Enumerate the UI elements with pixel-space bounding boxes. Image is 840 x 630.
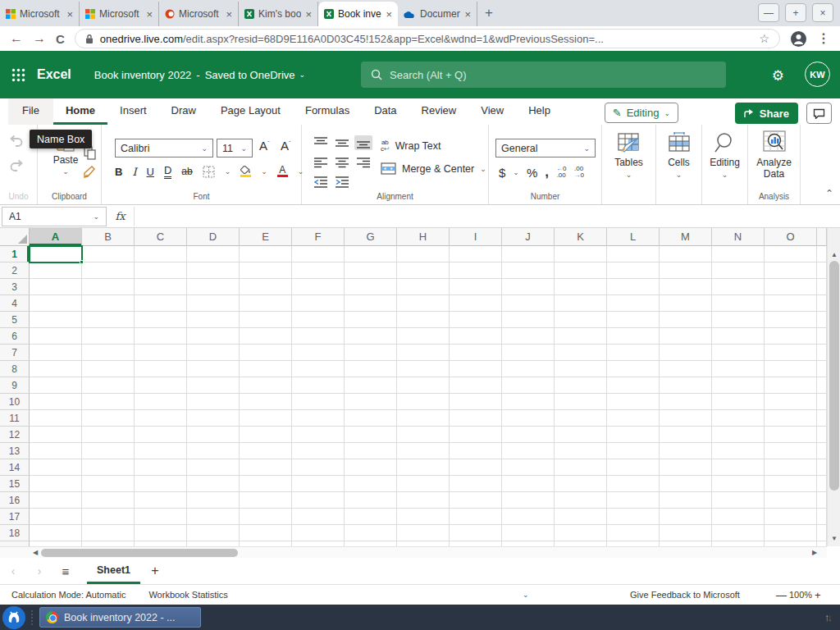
cell-partial-3[interactable]	[817, 279, 827, 295]
cell-partial-17[interactable]	[817, 509, 827, 525]
column-header-K[interactable]: K	[555, 228, 607, 246]
cell-K3[interactable]	[555, 279, 607, 295]
cell-L1[interactable]	[607, 246, 660, 262]
cell-D5[interactable]	[187, 312, 240, 328]
cell-partial-9[interactable]	[817, 377, 827, 394]
cell-I18[interactable]	[450, 525, 502, 541]
minimize-button[interactable]: —	[758, 3, 779, 22]
cell-B14[interactable]	[82, 459, 135, 476]
cell-partial-6[interactable]	[817, 328, 827, 345]
scroll-right-icon[interactable]: ▶	[809, 549, 820, 556]
row-header-4[interactable]: 4	[0, 295, 30, 312]
calculation-mode[interactable]: Calculation Mode: Automatic	[11, 590, 126, 600]
fill-handle[interactable]	[80, 260, 84, 264]
ribbon-tab-data[interactable]: Data	[362, 98, 409, 125]
cell-J4[interactable]	[502, 295, 555, 312]
cell-G5[interactable]	[345, 312, 397, 328]
cell-E10[interactable]	[240, 394, 292, 410]
decrease-decimal-button[interactable]: .00→0	[573, 166, 583, 179]
cell-B7[interactable]	[82, 345, 135, 361]
cell-H16[interactable]	[397, 492, 450, 509]
cell-N13[interactable]	[712, 443, 765, 459]
cell-partial-7[interactable]	[817, 345, 827, 361]
cell-M3[interactable]	[660, 279, 712, 295]
cell-J11[interactable]	[502, 410, 555, 427]
cell-G9[interactable]	[345, 377, 397, 394]
cell-K13[interactable]	[555, 443, 607, 459]
cell-H3[interactable]	[397, 279, 450, 295]
cell-H14[interactable]	[397, 459, 450, 476]
bookmark-star-icon[interactable]: ☆	[759, 32, 769, 45]
row-header-9[interactable]: 9	[0, 377, 30, 394]
cell-C16[interactable]	[135, 492, 187, 509]
cell-K10[interactable]	[555, 394, 607, 410]
ribbon-tab-insert[interactable]: Insert	[107, 98, 159, 125]
strikethrough-button[interactable]: ab	[181, 166, 192, 177]
italic-button[interactable]: I	[132, 166, 136, 178]
cell-L4[interactable]	[607, 295, 660, 312]
row-header-7[interactable]: 7	[0, 345, 30, 361]
bold-button[interactable]: B	[115, 166, 122, 178]
cell-I8[interactable]	[450, 361, 502, 377]
horizontal-scrollbar[interactable]: ◀ ▶	[0, 546, 827, 558]
cell-L17[interactable]	[607, 509, 660, 525]
cell-D4[interactable]	[187, 295, 240, 312]
cell-L7[interactable]	[607, 345, 660, 361]
cell-F17[interactable]	[292, 509, 345, 525]
cell-N2[interactable]	[712, 262, 765, 279]
cell-D14[interactable]	[187, 459, 240, 476]
cell-L10[interactable]	[607, 394, 660, 410]
cell-D10[interactable]	[187, 394, 240, 410]
cell-D6[interactable]	[187, 328, 240, 345]
cell-O6[interactable]	[765, 328, 817, 345]
row-header-14[interactable]: 14	[0, 459, 30, 476]
cell-O3[interactable]	[765, 279, 817, 295]
font-size-select[interactable]: 11⌄	[217, 139, 253, 158]
cell-C5[interactable]	[135, 312, 187, 328]
row-header-13[interactable]: 13	[0, 443, 30, 459]
cell-I5[interactable]	[450, 312, 502, 328]
app-launcher-icon[interactable]	[11, 68, 25, 82]
cell-L2[interactable]	[607, 262, 660, 279]
cell-M5[interactable]	[660, 312, 712, 328]
vertical-scrollbar-thumb[interactable]	[829, 261, 839, 491]
cell-C11[interactable]	[135, 410, 187, 427]
cell-D8[interactable]	[187, 361, 240, 377]
cell-K8[interactable]	[555, 361, 607, 377]
cell-I4[interactable]	[450, 295, 502, 312]
cell-I16[interactable]	[450, 492, 502, 509]
column-header-partial[interactable]	[817, 228, 827, 246]
cell-M15[interactable]	[660, 476, 712, 492]
cell-F10[interactable]	[292, 394, 345, 410]
cell-C14[interactable]	[135, 459, 187, 476]
cell-J3[interactable]	[502, 279, 555, 295]
cell-H7[interactable]	[397, 345, 450, 361]
cell-N1[interactable]	[712, 246, 765, 262]
column-header-A[interactable]: A	[30, 228, 82, 246]
cell-O13[interactable]	[765, 443, 817, 459]
ribbon-tab-review[interactable]: Review	[409, 98, 469, 125]
ribbon-tab-view[interactable]: View	[468, 98, 516, 125]
cell-G6[interactable]	[345, 328, 397, 345]
column-header-M[interactable]: M	[660, 228, 712, 246]
cell-H8[interactable]	[397, 361, 450, 377]
increase-decimal-button[interactable]: ←0.00	[556, 166, 566, 179]
cell-partial-12[interactable]	[817, 427, 827, 443]
underline-button[interactable]: U	[147, 166, 154, 178]
save-status[interactable]: Saved to OneDrive	[205, 69, 295, 81]
cell-O15[interactable]	[765, 476, 817, 492]
cell-E2[interactable]	[240, 262, 292, 279]
cell-partial-15[interactable]	[817, 476, 827, 492]
cell-partial-14[interactable]	[817, 459, 827, 476]
cell-O4[interactable]	[765, 295, 817, 312]
row-header-3[interactable]: 3	[0, 279, 30, 295]
cell-F13[interactable]	[292, 443, 345, 459]
cell-J9[interactable]	[502, 377, 555, 394]
cell-M16[interactable]	[660, 492, 712, 509]
cell-J1[interactable]	[502, 246, 555, 262]
cell-N8[interactable]	[712, 361, 765, 377]
cell-O12[interactable]	[765, 427, 817, 443]
browser-tab-1[interactable]: Microsoft –×	[0, 2, 80, 26]
cell-M2[interactable]	[660, 262, 712, 279]
align-center-button[interactable]	[333, 155, 351, 170]
